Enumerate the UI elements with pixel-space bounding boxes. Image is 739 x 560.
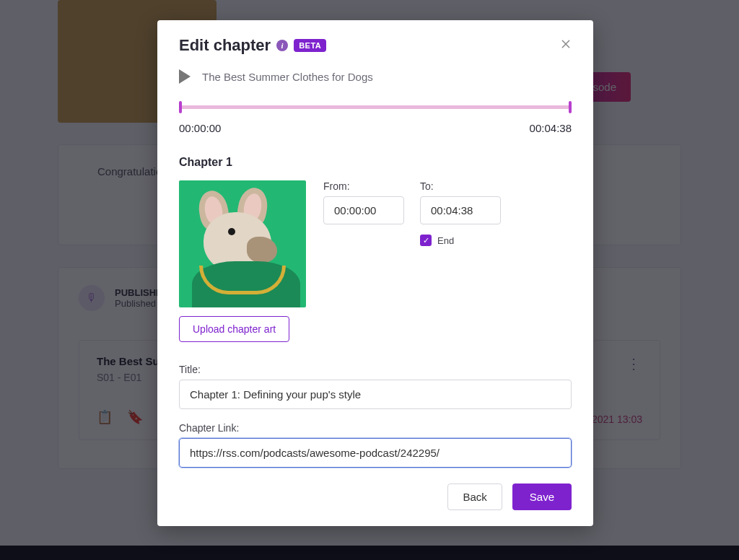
chapter-number-label: Chapter 1 [179, 156, 572, 169]
from-input[interactable] [323, 196, 404, 224]
beta-badge: BETA [294, 39, 326, 52]
track-title: The Best Summer Clothes for Dogs [202, 71, 373, 83]
end-checkbox-label: End [437, 235, 454, 246]
chapter-title-input[interactable] [179, 380, 572, 409]
timeline-end: 00:04:38 [530, 122, 572, 134]
modal-header: Edit chapter i BETA [179, 36, 572, 55]
edit-chapter-modal: Edit chapter i BETA The Best Summer Clot… [157, 20, 593, 526]
modal-title: Edit chapter [179, 36, 271, 55]
timeline-start: 00:00:00 [179, 122, 221, 134]
title-label: Title: [179, 364, 572, 375]
close-icon[interactable] [557, 35, 574, 53]
upload-chapter-art-button[interactable]: Upload chapter art [179, 316, 289, 342]
from-label: From: [323, 180, 404, 192]
play-icon[interactable] [179, 69, 191, 84]
audio-player-row: The Best Summer Clothes for Dogs [179, 69, 572, 84]
to-input[interactable] [420, 196, 501, 224]
chapter-art-preview [179, 180, 306, 307]
link-label: Chapter Link: [179, 422, 572, 434]
info-icon[interactable]: i [276, 40, 288, 51]
end-checkbox[interactable]: ✓ [420, 235, 432, 246]
save-button[interactable]: Save [512, 484, 572, 510]
chapter-link-input[interactable] [179, 438, 572, 468]
back-button[interactable]: Back [447, 484, 502, 510]
chapter-timeline[interactable] [179, 105, 572, 109]
to-label: To: [420, 180, 501, 192]
